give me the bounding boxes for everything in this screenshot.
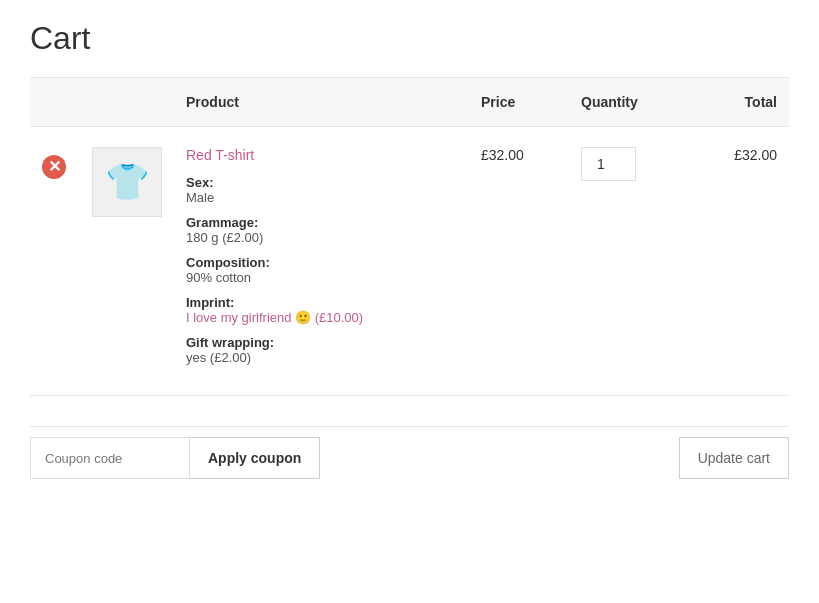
product-attribute: Gift wrapping: yes (£2.00) [186, 335, 457, 365]
col-quantity-header: Quantity [569, 78, 689, 127]
attr-label: Composition: [186, 255, 270, 270]
cart-table: Product Price Quantity Total ✕ 👕 Red T-s… [30, 77, 789, 396]
attr-value: 90% cotton [186, 270, 251, 285]
product-image-cell: 👕 [80, 127, 174, 396]
product-name-link[interactable]: Red T-shirt [186, 147, 457, 163]
attr-value: 180 g (£2.00) [186, 230, 263, 245]
page-title: Cart [30, 20, 789, 57]
attr-label: Grammage: [186, 215, 258, 230]
remove-icon: ✕ [42, 155, 66, 179]
product-attribute: Composition: 90% cotton [186, 255, 457, 285]
product-total-cell: £32.00 [689, 127, 789, 396]
table-header-row: Product Price Quantity Total [30, 78, 789, 127]
cart-page: Cart Product Price Quantity Total ✕ 👕 Re… [0, 0, 819, 509]
product-image: 👕 [92, 147, 162, 217]
cart-footer: Apply coupon Update cart [30, 426, 789, 479]
attr-value: I love my girlfriend 🙂 (£10.00) [186, 310, 363, 325]
coupon-section: Apply coupon [30, 437, 320, 479]
col-image-header [80, 78, 174, 127]
product-attribute: Imprint: I love my girlfriend 🙂 (£10.00) [186, 295, 457, 325]
attr-label: Sex: [186, 175, 213, 190]
col-total-header: Total [689, 78, 789, 127]
product-price-cell: £32.00 [469, 127, 569, 396]
product-attributes: Sex: Male Grammage: 180 g (£2.00) Compos… [186, 175, 457, 365]
apply-coupon-button[interactable]: Apply coupon [190, 437, 320, 479]
col-remove-header [30, 78, 80, 127]
product-attribute: Sex: Male [186, 175, 457, 205]
remove-cell: ✕ [30, 127, 80, 396]
attr-label: Gift wrapping: [186, 335, 274, 350]
product-quantity-cell [569, 127, 689, 396]
product-attribute: Grammage: 180 g (£2.00) [186, 215, 457, 245]
attr-value: yes (£2.00) [186, 350, 251, 365]
remove-item-button[interactable]: ✕ [42, 151, 66, 179]
coupon-input[interactable] [30, 437, 190, 479]
attr-value: Male [186, 190, 214, 205]
table-row: ✕ 👕 Red T-shirt Sex: Male Grammage: 180 … [30, 127, 789, 396]
col-product-header: Product [174, 78, 469, 127]
update-cart-button[interactable]: Update cart [679, 437, 789, 479]
quantity-input[interactable] [581, 147, 636, 181]
attr-label: Imprint: [186, 295, 234, 310]
product-details-cell: Red T-shirt Sex: Male Grammage: 180 g (£… [174, 127, 469, 396]
col-price-header: Price [469, 78, 569, 127]
